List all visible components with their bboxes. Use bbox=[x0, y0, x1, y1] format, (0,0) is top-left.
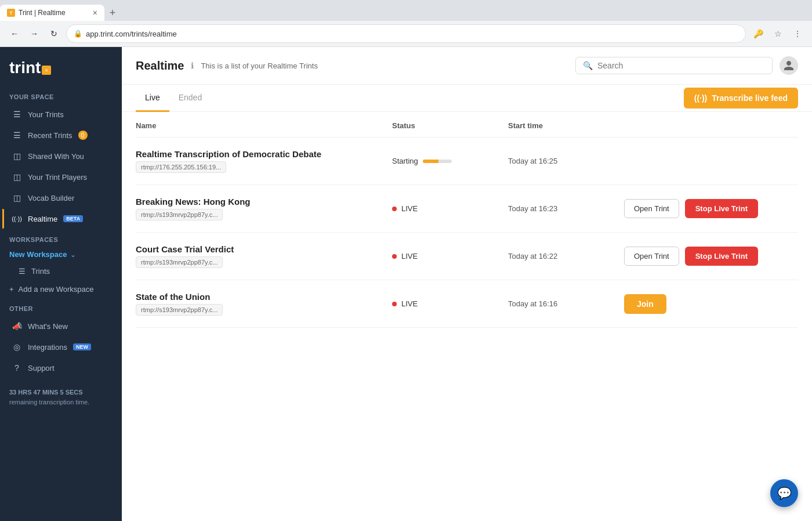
live-dot bbox=[392, 254, 397, 259]
sidebar-item-vocab-builder[interactable]: ◫ Vocab Builder bbox=[2, 188, 119, 208]
forward-button[interactable]: → bbox=[27, 26, 42, 41]
sidebar-item-your-trint-players[interactable]: ◫ Your Trint Players bbox=[2, 167, 119, 187]
user-avatar[interactable] bbox=[780, 56, 798, 75]
table-container: Name Status Start time Realtime Transcri… bbox=[122, 112, 812, 521]
support-icon: ? bbox=[12, 363, 22, 373]
sidebar-item-your-trints[interactable]: ☰ Your Trints bbox=[2, 104, 119, 124]
search-input[interactable] bbox=[597, 61, 765, 70]
menu-icon[interactable]: ⋮ bbox=[790, 26, 805, 41]
new-tab-button[interactable]: + bbox=[104, 5, 121, 21]
browser-chrome: T Trint | Realtime × + ← → ↻ 🔒 app.trint… bbox=[0, 0, 812, 47]
sidebar-item-integrations[interactable]: ◎ Integrations NEW bbox=[2, 337, 119, 357]
close-tab-button[interactable]: × bbox=[93, 8, 97, 17]
row-3-status: LIVE bbox=[392, 252, 508, 260]
sidebar-item-shared-with-you[interactable]: ◫ Shared With You bbox=[2, 146, 119, 166]
row-3-name-cell: Court Case Trial Verdict rtmp://s193mrvp… bbox=[136, 244, 392, 268]
sidebar-item-whats-new[interactable]: 📣 What's New bbox=[2, 316, 119, 336]
row-1-name: Realtime Transcription of Democratic Deb… bbox=[136, 149, 392, 159]
row-3-name: Court Case Trial Verdict bbox=[136, 244, 392, 254]
sidebar-label-vocab-builder: Vocab Builder bbox=[28, 194, 74, 202]
row-4-status: LIVE bbox=[392, 299, 508, 308]
row-4-actions: Join bbox=[624, 294, 798, 314]
sidebar-item-trints[interactable]: ☰ Trints bbox=[0, 262, 122, 280]
add-workspace-button[interactable]: + Add a new Workspace bbox=[0, 280, 122, 298]
logo-badge: ≡ bbox=[42, 66, 51, 75]
info-icon[interactable]: ℹ bbox=[191, 61, 194, 70]
recent-icon: ☰ bbox=[12, 130, 22, 140]
workspace-name: New Workspace bbox=[9, 250, 67, 259]
key-icon[interactable]: 🔑 bbox=[751, 26, 766, 41]
whats-new-icon: 📣 bbox=[12, 321, 22, 331]
shared-icon: ◫ bbox=[12, 151, 22, 161]
realtime-icon: ((·)) bbox=[12, 214, 22, 224]
page-title: Realtime bbox=[136, 59, 184, 73]
col-actions bbox=[624, 121, 798, 130]
sidebar-item-realtime[interactable]: ((·)) Realtime BETA bbox=[2, 209, 119, 229]
page-header: Realtime ℹ This is a list of your Realti… bbox=[122, 47, 812, 85]
chat-bubble-button[interactable]: 💬 bbox=[770, 479, 798, 507]
row-4-name: State of the Union bbox=[136, 292, 392, 302]
tab-ended[interactable]: Ended bbox=[169, 85, 211, 112]
timer-hrs-label: HRS bbox=[18, 389, 31, 396]
search-bar[interactable]: 🔍 bbox=[575, 57, 773, 74]
other-label: OTHER bbox=[0, 298, 122, 316]
recent-badge: 0 bbox=[78, 131, 88, 140]
tab-live[interactable]: Live bbox=[136, 85, 169, 112]
sidebar-label-realtime: Realtime bbox=[28, 215, 57, 223]
sidebar-logo: trint ≡ bbox=[0, 47, 122, 86]
progress-fill bbox=[423, 160, 439, 163]
live-label: LIVE bbox=[401, 252, 418, 260]
sidebar-item-support[interactable]: ? Support bbox=[2, 358, 119, 378]
row-3-url: rtmp://s193mrvp2pp87y.c... bbox=[136, 256, 223, 268]
open-trint-button[interactable]: Open Trint bbox=[624, 199, 679, 218]
transcribe-icon: ((·)) bbox=[694, 93, 708, 103]
live-label: LIVE bbox=[401, 204, 418, 213]
workspace-name-row[interactable]: New Workspace ⌄ bbox=[0, 247, 122, 262]
reload-button[interactable]: ↻ bbox=[46, 26, 61, 41]
browser-tabs: T Trint | Realtime × + bbox=[0, 0, 812, 21]
live-dot bbox=[392, 207, 397, 211]
logo: trint ≡ bbox=[9, 59, 113, 77]
sidebar-label-your-trints: Your Trints bbox=[28, 110, 64, 119]
sidebar-label-recent-trints: Recent Trints bbox=[28, 131, 72, 140]
row-2-actions: Open Trint Stop Live Trint bbox=[624, 199, 798, 218]
beta-badge: BETA bbox=[63, 215, 83, 222]
players-icon: ◫ bbox=[12, 172, 22, 182]
stop-live-trint-button[interactable]: Stop Live Trint bbox=[685, 247, 758, 266]
back-button[interactable]: ← bbox=[7, 26, 22, 41]
col-start-time: Start time bbox=[508, 121, 624, 130]
sidebar: trint ≡ YOUR SPACE ☰ Your Trints ☰ Recen… bbox=[0, 47, 122, 521]
star-icon[interactable]: ☆ bbox=[770, 26, 785, 41]
transcribe-live-feed-button[interactable]: ((·)) Transcribe live feed bbox=[684, 88, 798, 108]
add-icon: + bbox=[9, 285, 14, 294]
row-4-time: Today at 16:16 bbox=[508, 299, 624, 308]
toolbar-icons: 🔑 ☆ ⋮ bbox=[751, 26, 805, 41]
your-space-label: YOUR SPACE bbox=[0, 86, 122, 104]
row-1-time: Today at 16:25 bbox=[508, 157, 624, 165]
workspaces-label: WORKSPACES bbox=[9, 236, 58, 243]
table-header: Name Status Start time bbox=[136, 112, 798, 138]
active-tab[interactable]: T Trint | Realtime × bbox=[0, 5, 104, 21]
trints-icon: ☰ bbox=[12, 109, 22, 120]
row-1-name-cell: Realtime Transcription of Democratic Deb… bbox=[136, 149, 392, 173]
tab-title: Trint | Realtime bbox=[19, 9, 89, 17]
tab-favicon: T bbox=[7, 9, 15, 17]
sidebar-item-recent-trints[interactable]: ☰ Recent Trints 0 bbox=[2, 125, 119, 145]
open-trint-button[interactable]: Open Trint bbox=[624, 247, 679, 266]
row-4-name-cell: State of the Union rtmp://s193mrvp2pp87y… bbox=[136, 292, 392, 316]
row-2-url: rtmp://s193mrvp2pp87y.c... bbox=[136, 209, 223, 220]
progress-bar bbox=[423, 160, 452, 163]
tabs-bar: Live Ended ((·)) Transcribe live feed bbox=[122, 85, 812, 112]
search-icon: 🔍 bbox=[583, 61, 593, 70]
address-bar[interactable]: 🔒 app.trint.com/trints/realtime bbox=[66, 24, 746, 43]
table-row: State of the Union rtmp://s193mrvp2pp87y… bbox=[136, 280, 798, 328]
tabs-left: Live Ended bbox=[136, 85, 211, 111]
row-2-name-cell: Breaking News: Hong Kong rtmp://s193mrvp… bbox=[136, 197, 392, 220]
join-button[interactable]: Join bbox=[624, 294, 666, 314]
table-row: Breaking News: Hong Kong rtmp://s193mrvp… bbox=[136, 185, 798, 233]
stop-live-trint-button[interactable]: Stop Live Trint bbox=[685, 199, 758, 218]
col-name: Name bbox=[136, 121, 392, 130]
table-row: Court Case Trial Verdict rtmp://s193mrvp… bbox=[136, 233, 798, 280]
workspace-chevron-icon: ⌄ bbox=[70, 251, 76, 259]
sidebar-label-shared-with-you: Shared With You bbox=[28, 152, 84, 161]
